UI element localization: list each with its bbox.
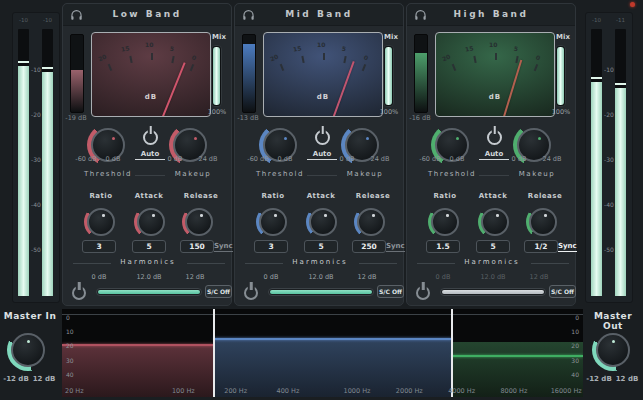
- attack-value-box[interactable]: 5: [476, 240, 510, 253]
- band-power-button[interactable]: [315, 130, 330, 145]
- band-panel: Low Band -19 dB 20 15 10 5 0 dB Mix 100%…: [62, 3, 232, 306]
- harmonics-slider[interactable]: [268, 288, 374, 296]
- ratio-value-box[interactable]: 1.5: [426, 240, 460, 253]
- attack-value-box[interactable]: 5: [132, 240, 166, 253]
- auto-button[interactable]: Auto: [135, 150, 165, 160]
- makeup-label: Makeup: [507, 170, 567, 178]
- band-panel: High Band -16 dB 20 15 10 5 0 dB Mix 100…: [406, 3, 576, 306]
- sync-toggle[interactable]: Sync: [214, 242, 233, 252]
- master-out-label: Master Out: [583, 311, 643, 331]
- divider-line: [187, 263, 225, 264]
- harmonics-slider[interactable]: [440, 288, 546, 296]
- threshold-max-label: 0 dB: [273, 155, 297, 163]
- ratio-label: Ratio: [419, 192, 471, 200]
- harmonics-center-label: 12.0 dB: [471, 273, 515, 281]
- master-out-meter: -10 -11 -10 -20 -30 -40 -50: [585, 12, 633, 303]
- master-out-knob[interactable]: [592, 329, 634, 371]
- master-in-knob[interactable]: [7, 329, 49, 371]
- sidechain-button[interactable]: S/C Off: [205, 285, 232, 298]
- vu-tick-label: 20: [269, 53, 279, 63]
- harmonics-power-button[interactable]: [72, 286, 86, 300]
- attack-knob[interactable]: [306, 205, 340, 239]
- vu-tick-mark: [473, 56, 476, 63]
- vu-tick-mark: [362, 64, 366, 71]
- crossover-divider-mid-high[interactable]: [451, 309, 453, 397]
- mix-slider[interactable]: [555, 45, 566, 107]
- band-header: Low Band: [63, 4, 231, 26]
- knob-indicator-dot: [274, 214, 277, 217]
- release-value-box[interactable]: 250: [352, 240, 386, 253]
- mix-slider[interactable]: [211, 45, 222, 107]
- knob-indicator-dot: [538, 137, 541, 140]
- master-in-meter: -10 -10 -10 -20 -30 -40 -50: [12, 12, 60, 303]
- auto-button[interactable]: Auto: [307, 150, 337, 160]
- makeup-min-label: 0 dB: [163, 155, 187, 163]
- plugin-window: Low Band -19 dB 20 15 10 5 0 dB Mix 100%…: [0, 0, 643, 400]
- ratio-knob[interactable]: [428, 205, 462, 239]
- harmonics-max-label: 12 dB: [349, 273, 385, 281]
- vu-tick-mark: [280, 64, 284, 71]
- crossover-divider-low-mid[interactable]: [213, 309, 215, 397]
- vu-unit-label: dB: [92, 93, 210, 101]
- release-knob[interactable]: [354, 205, 388, 239]
- ratio-value-box[interactable]: 3: [254, 240, 288, 253]
- sync-toggle[interactable]: Sync: [386, 242, 405, 252]
- divider-line: [135, 175, 165, 176]
- harmonics-power-button[interactable]: [244, 286, 258, 300]
- divider-line: [417, 263, 455, 264]
- analyzer-high-level-line: [452, 355, 583, 357]
- divider-line: [479, 175, 509, 176]
- release-knob[interactable]: [182, 205, 216, 239]
- harmonics-title: Harmonics: [111, 258, 185, 266]
- harmonics-title: Harmonics: [455, 258, 529, 266]
- threshold-label: Threshold: [71, 170, 145, 178]
- band-power-button[interactable]: [143, 130, 158, 145]
- mix-label: Mix: [212, 33, 226, 41]
- knob-indicator-dot: [456, 137, 459, 140]
- vu-meter: 20 15 10 5 0 dB: [91, 32, 211, 117]
- vu-tick-label: 5: [513, 45, 518, 53]
- frequency-axis-label: 20 Hz: [65, 387, 84, 395]
- vu-tick-label: 0: [191, 53, 198, 61]
- attack-label: Attack: [469, 192, 517, 200]
- ratio-label: Ratio: [75, 192, 127, 200]
- sidechain-button[interactable]: S/C Off: [377, 285, 404, 298]
- mix-slider[interactable]: [383, 45, 394, 107]
- vu-tick-label: 5: [169, 45, 174, 53]
- release-label: Release: [175, 192, 227, 200]
- frequency-axis-label: 100 Hz: [172, 387, 195, 395]
- meter-fill: [42, 72, 53, 296]
- frequency-axis-label: 400 Hz: [277, 387, 300, 395]
- band-input-meter-fill: [71, 70, 83, 112]
- attack-knob[interactable]: [478, 205, 512, 239]
- band-power-button[interactable]: [487, 130, 502, 145]
- ratio-knob[interactable]: [84, 205, 118, 239]
- harmonics-power-button[interactable]: [416, 286, 430, 300]
- auto-button[interactable]: Auto: [479, 150, 509, 160]
- peak-readout: -10: [39, 17, 56, 23]
- ratio-knob[interactable]: [256, 205, 290, 239]
- knob-indicator-dot: [112, 137, 115, 140]
- harmonics-slider-fill: [270, 290, 372, 294]
- makeup-max-label: 24 dB: [363, 155, 397, 163]
- knob-indicator-dot: [284, 137, 287, 140]
- harmonics-max-label: 12 dB: [521, 273, 557, 281]
- release-knob[interactable]: [526, 205, 560, 239]
- sync-toggle[interactable]: Sync: [558, 242, 577, 252]
- release-value-box[interactable]: 150: [180, 240, 214, 253]
- attack-knob[interactable]: [134, 205, 168, 239]
- mix-value: 100%: [203, 108, 231, 116]
- band-input-level: -16 dB: [405, 114, 435, 122]
- attack-value-box[interactable]: 5: [304, 240, 338, 253]
- vu-unit-label: dB: [264, 93, 382, 101]
- makeup-min-label: 0 dB: [507, 155, 531, 163]
- master-out-min-label: -12 dB: [585, 375, 613, 383]
- divider-line: [531, 263, 569, 264]
- harmonics-slider[interactable]: [96, 288, 202, 296]
- release-value-box[interactable]: 1/2: [524, 240, 558, 253]
- band-title: Mid Band: [235, 4, 403, 25]
- mix-slider-fill: [213, 47, 220, 105]
- ratio-value-box[interactable]: 3: [82, 240, 116, 253]
- vu-tick-label: 0: [363, 53, 370, 61]
- sidechain-button[interactable]: S/C Off: [549, 285, 576, 298]
